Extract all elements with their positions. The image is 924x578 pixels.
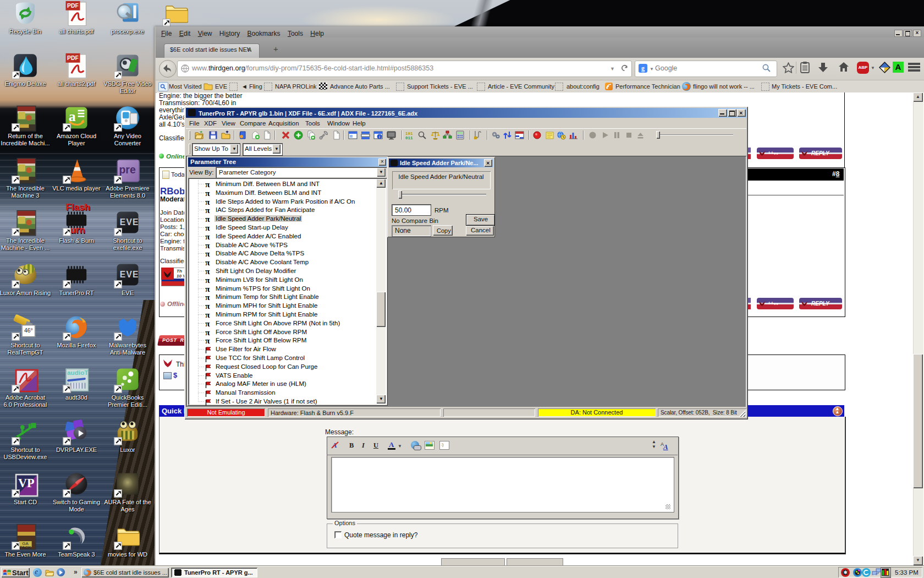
svg-text:i: i: [379, 134, 380, 139]
svg-text:101: 101: [405, 132, 413, 136]
svg-text:011: 011: [405, 136, 413, 140]
